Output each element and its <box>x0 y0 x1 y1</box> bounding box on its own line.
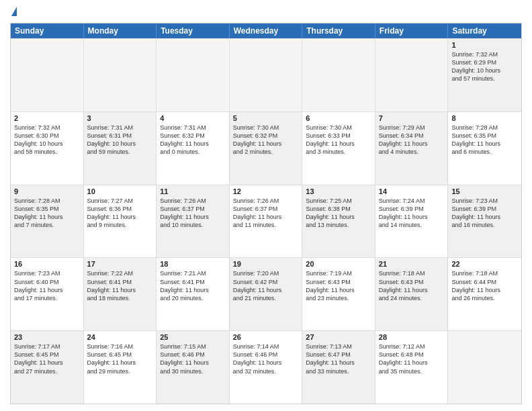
day-info: Sunrise: 7:23 AM Sunset: 6:40 PM Dayligh… <box>14 269 80 302</box>
calendar-row: 23Sunrise: 7:17 AM Sunset: 6:45 PM Dayli… <box>11 330 521 404</box>
day-number: 17 <box>87 260 153 268</box>
weekday-header: Monday <box>84 24 157 38</box>
calendar-cell: 7Sunrise: 7:29 AM Sunset: 6:34 PM Daylig… <box>375 112 449 185</box>
calendar-cell <box>157 39 230 111</box>
day-info: Sunrise: 7:17 AM Sunset: 6:45 PM Dayligh… <box>14 342 80 375</box>
day-number: 24 <box>87 333 153 341</box>
day-number: 15 <box>451 187 518 195</box>
calendar-cell <box>11 39 84 111</box>
day-info: Sunrise: 7:22 AM Sunset: 6:41 PM Dayligh… <box>87 269 153 302</box>
calendar-cell <box>448 331 521 404</box>
day-info: Sunrise: 7:21 AM Sunset: 6:41 PM Dayligh… <box>160 269 226 302</box>
day-info: Sunrise: 7:31 AM Sunset: 6:31 PM Dayligh… <box>87 124 153 156</box>
day-info: Sunrise: 7:13 AM Sunset: 6:47 PM Dayligh… <box>306 342 371 375</box>
calendar-cell: 10Sunrise: 7:27 AM Sunset: 6:36 PM Dayli… <box>84 185 157 258</box>
day-info: Sunrise: 7:20 AM Sunset: 6:42 PM Dayligh… <box>233 269 299 302</box>
day-number: 22 <box>451 260 518 268</box>
day-info: Sunrise: 7:26 AM Sunset: 6:37 PM Dayligh… <box>160 197 226 230</box>
calendar-cell: 13Sunrise: 7:25 AM Sunset: 6:38 PM Dayli… <box>302 185 375 258</box>
calendar: SundayMondayTuesdayWednesdayThursdayFrid… <box>10 23 522 404</box>
day-info: Sunrise: 7:15 AM Sunset: 6:46 PM Dayligh… <box>160 342 226 375</box>
calendar-cell: 6Sunrise: 7:30 AM Sunset: 6:33 PM Daylig… <box>302 112 375 185</box>
calendar-cell: 22Sunrise: 7:18 AM Sunset: 6:44 PM Dayli… <box>448 258 521 330</box>
day-number: 27 <box>306 333 371 341</box>
day-info: Sunrise: 7:32 AM Sunset: 6:30 PM Dayligh… <box>14 124 80 156</box>
day-number: 20 <box>306 260 371 268</box>
day-number: 16 <box>14 260 80 268</box>
day-number: 11 <box>160 187 226 195</box>
day-number: 7 <box>379 114 445 122</box>
day-number: 10 <box>87 187 153 195</box>
weekday-header: Friday <box>375 24 449 38</box>
day-info: Sunrise: 7:29 AM Sunset: 6:34 PM Dayligh… <box>379 124 445 156</box>
day-number: 28 <box>379 333 445 341</box>
header <box>10 7 522 17</box>
calendar-row: 1Sunrise: 7:32 AM Sunset: 6:29 PM Daylig… <box>11 38 521 111</box>
calendar-cell: 25Sunrise: 7:15 AM Sunset: 6:46 PM Dayli… <box>157 331 230 404</box>
day-info: Sunrise: 7:19 AM Sunset: 6:43 PM Dayligh… <box>306 269 371 302</box>
day-number: 13 <box>306 187 371 195</box>
calendar-cell: 5Sunrise: 7:30 AM Sunset: 6:32 PM Daylig… <box>230 112 303 185</box>
day-number: 21 <box>379 260 445 268</box>
calendar-row: 2Sunrise: 7:32 AM Sunset: 6:30 PM Daylig… <box>11 111 521 185</box>
calendar-cell: 11Sunrise: 7:26 AM Sunset: 6:37 PM Dayli… <box>157 185 230 258</box>
calendar-cell: 28Sunrise: 7:12 AM Sunset: 6:48 PM Dayli… <box>375 331 449 404</box>
day-info: Sunrise: 7:27 AM Sunset: 6:36 PM Dayligh… <box>87 197 153 230</box>
calendar-cell: 19Sunrise: 7:20 AM Sunset: 6:42 PM Dayli… <box>230 258 303 330</box>
calendar-cell: 4Sunrise: 7:31 AM Sunset: 6:32 PM Daylig… <box>157 112 230 185</box>
calendar-cell: 12Sunrise: 7:26 AM Sunset: 6:37 PM Dayli… <box>230 185 303 258</box>
day-info: Sunrise: 7:16 AM Sunset: 6:45 PM Dayligh… <box>87 342 153 375</box>
calendar-cell: 16Sunrise: 7:23 AM Sunset: 6:40 PM Dayli… <box>11 258 84 330</box>
calendar-header: SundayMondayTuesdayWednesdayThursdayFrid… <box>11 24 521 38</box>
day-info: Sunrise: 7:31 AM Sunset: 6:32 PM Dayligh… <box>160 124 226 156</box>
calendar-cell: 1Sunrise: 7:32 AM Sunset: 6:29 PM Daylig… <box>448 39 521 111</box>
day-info: Sunrise: 7:12 AM Sunset: 6:48 PM Dayligh… <box>379 342 445 375</box>
day-info: Sunrise: 7:30 AM Sunset: 6:33 PM Dayligh… <box>306 124 371 156</box>
calendar-cell: 23Sunrise: 7:17 AM Sunset: 6:45 PM Dayli… <box>11 331 84 404</box>
day-info: Sunrise: 7:14 AM Sunset: 6:46 PM Dayligh… <box>233 342 299 375</box>
calendar-cell: 8Sunrise: 7:28 AM Sunset: 6:35 PM Daylig… <box>448 112 521 185</box>
day-info: Sunrise: 7:26 AM Sunset: 6:37 PM Dayligh… <box>233 197 299 230</box>
day-number: 9 <box>14 187 80 195</box>
day-info: Sunrise: 7:25 AM Sunset: 6:38 PM Dayligh… <box>306 197 371 230</box>
day-info: Sunrise: 7:18 AM Sunset: 6:44 PM Dayligh… <box>451 269 518 302</box>
logo <box>10 7 17 17</box>
day-number: 3 <box>87 114 153 122</box>
calendar-cell: 15Sunrise: 7:23 AM Sunset: 6:39 PM Dayli… <box>448 185 521 258</box>
day-info: Sunrise: 7:23 AM Sunset: 6:39 PM Dayligh… <box>451 197 518 230</box>
calendar-cell: 3Sunrise: 7:31 AM Sunset: 6:31 PM Daylig… <box>84 112 157 185</box>
calendar-cell <box>84 39 157 111</box>
day-number: 18 <box>160 260 226 268</box>
day-number: 12 <box>233 187 299 195</box>
calendar-cell: 21Sunrise: 7:18 AM Sunset: 6:43 PM Dayli… <box>375 258 449 330</box>
calendar-cell: 26Sunrise: 7:14 AM Sunset: 6:46 PM Dayli… <box>230 331 303 404</box>
calendar-cell: 9Sunrise: 7:28 AM Sunset: 6:35 PM Daylig… <box>11 185 84 258</box>
calendar-cell: 20Sunrise: 7:19 AM Sunset: 6:43 PM Dayli… <box>302 258 375 330</box>
calendar-row: 16Sunrise: 7:23 AM Sunset: 6:40 PM Dayli… <box>11 257 521 330</box>
day-info: Sunrise: 7:32 AM Sunset: 6:29 PM Dayligh… <box>451 50 518 83</box>
calendar-row: 9Sunrise: 7:28 AM Sunset: 6:35 PM Daylig… <box>11 185 521 258</box>
calendar-cell <box>230 39 303 111</box>
weekday-header: Thursday <box>302 24 375 38</box>
page: SundayMondayTuesdayWednesdayThursdayFrid… <box>0 0 532 411</box>
weekday-header: Sunday <box>11 24 84 38</box>
calendar-cell: 14Sunrise: 7:24 AM Sunset: 6:39 PM Dayli… <box>375 185 449 258</box>
day-number: 2 <box>14 114 80 122</box>
calendar-body: 1Sunrise: 7:32 AM Sunset: 6:29 PM Daylig… <box>11 38 521 404</box>
calendar-cell: 17Sunrise: 7:22 AM Sunset: 6:41 PM Dayli… <box>84 258 157 330</box>
calendar-cell <box>302 39 375 111</box>
day-number: 19 <box>233 260 299 268</box>
day-info: Sunrise: 7:28 AM Sunset: 6:35 PM Dayligh… <box>14 197 80 230</box>
day-info: Sunrise: 7:24 AM Sunset: 6:39 PM Dayligh… <box>379 197 445 230</box>
calendar-cell: 24Sunrise: 7:16 AM Sunset: 6:45 PM Dayli… <box>84 331 157 404</box>
day-number: 25 <box>160 333 226 341</box>
weekday-header: Wednesday <box>230 24 303 38</box>
logo-triangle-icon <box>11 7 17 16</box>
calendar-cell: 18Sunrise: 7:21 AM Sunset: 6:41 PM Dayli… <box>157 258 230 330</box>
day-info: Sunrise: 7:18 AM Sunset: 6:43 PM Dayligh… <box>379 269 445 302</box>
day-info: Sunrise: 7:30 AM Sunset: 6:32 PM Dayligh… <box>233 124 299 156</box>
day-number: 4 <box>160 114 226 122</box>
day-number: 26 <box>233 333 299 341</box>
day-number: 14 <box>379 187 445 195</box>
day-number: 8 <box>451 114 518 122</box>
